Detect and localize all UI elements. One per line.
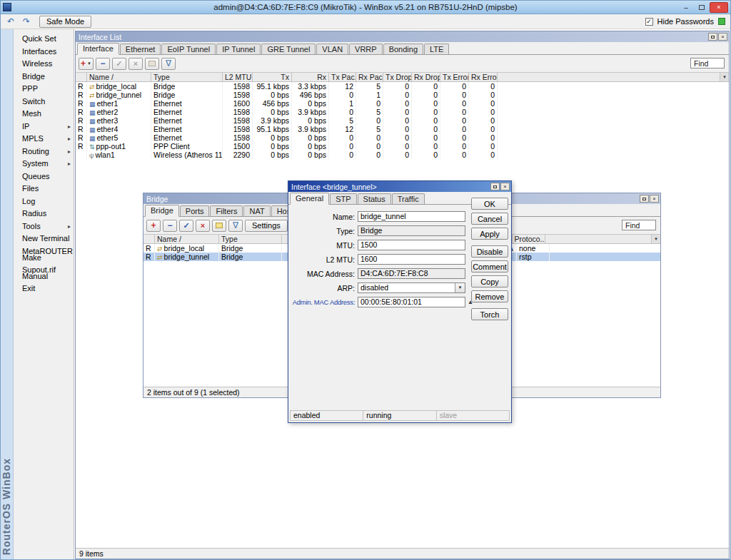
arp-dropdown-button[interactable]: ▼	[455, 283, 465, 292]
tab-interface[interactable]: Interface	[77, 43, 119, 55]
column-header-tx-pac[interactable]: Tx Pac...	[329, 73, 356, 81]
table-row[interactable]: R▦ether3Ethernet15983.9 kbps0 bps500000	[76, 116, 729, 125]
tab-ethernet[interactable]: Ethernet	[120, 44, 161, 54]
interface-list-titlebar[interactable]: Interface List ×	[76, 31, 729, 42]
close-window-button[interactable]: ×	[718, 33, 727, 41]
tab-vlan[interactable]: VLAN	[316, 44, 348, 54]
maximize-button[interactable]	[694, 2, 710, 13]
comment-button[interactable]	[145, 58, 159, 70]
sidebar-item-switch[interactable]: Switch	[14, 96, 74, 108]
column-header-l2-mtu[interactable]: L2 MTU	[223, 73, 253, 81]
comment-button[interactable]: Comment	[471, 260, 508, 273]
column-header-protoco[interactable]: Protoco...	[513, 235, 545, 243]
table-row[interactable]: R▦ether4Ethernet159895.1 kbps3.9 kbps125…	[76, 125, 729, 133]
tab-bridge[interactable]: Bridge	[145, 205, 179, 217]
name-field[interactable]: bridge_tunnel	[358, 211, 465, 222]
column-header-flags[interactable]	[76, 73, 87, 81]
column-chooser-icon[interactable]: ▼	[720, 73, 729, 81]
redo-icon[interactable]: ↷	[19, 16, 34, 28]
dialog-titlebar[interactable]: Interface <bridge_tunnel> ×	[288, 181, 511, 192]
sidebar-item-quick-set[interactable]: Quick Set	[14, 33, 74, 46]
arp-field[interactable]: disabled▼	[358, 282, 465, 293]
filter-button[interactable]: ∇	[228, 220, 243, 232]
mtu-field[interactable]: 1500	[358, 240, 465, 250]
table-row[interactable]: R⇅ppp-out1PPP Client15000 bps0 bps000000	[76, 142, 729, 151]
disable-button[interactable]: ×	[128, 58, 143, 70]
sidebar-item-ip[interactable]: IP▸	[14, 121, 74, 133]
undo-icon[interactable]: ↶	[4, 16, 18, 28]
close-window-button[interactable]: ×	[650, 195, 659, 203]
settings-button[interactable]: Settings	[245, 220, 288, 232]
add-button[interactable]: +	[146, 220, 161, 232]
column-header-rx[interactable]: Rx	[292, 73, 329, 81]
ok-button[interactable]: OK	[471, 198, 508, 210]
tab-lte[interactable]: LTE	[424, 44, 449, 54]
tab-filters[interactable]: Filters	[210, 205, 243, 216]
tab-eoip-tunnel[interactable]: EoIP Tunnel	[161, 44, 216, 54]
apply-button[interactable]: Apply	[471, 228, 508, 240]
table-row[interactable]: R▦ether2Ethernet15980 bps3.9 kbps050000	[76, 108, 729, 116]
tab-ip-tunnel[interactable]: IP Tunnel	[216, 44, 261, 54]
sidebar-item-routing[interactable]: Routing▸	[14, 146, 74, 158]
l2-mtu-field[interactable]: 1600	[358, 254, 465, 265]
sidebar-item-exit[interactable]: Exit	[14, 282, 74, 295]
tab-ports[interactable]: Ports	[180, 205, 210, 216]
close-window-button[interactable]: ×	[500, 183, 510, 190]
titlebar[interactable]: admin@D4:CA:6D:7E:F8:C9 (MikroTik) - Win…	[1, 1, 730, 14]
tab-nat[interactable]: NAT	[243, 205, 270, 216]
remove-button[interactable]: −	[163, 220, 177, 232]
tab-gre-tunnel[interactable]: GRE Tunnel	[261, 44, 316, 54]
column-header-tx-drops[interactable]: Tx Drops	[383, 73, 412, 81]
sidebar-item-ppp[interactable]: PPP	[14, 83, 74, 96]
column-header-rx-pac[interactable]: Rx Pac...	[356, 73, 383, 81]
add-button[interactable]: +▼	[79, 58, 94, 70]
filter-button[interactable]: ∇	[161, 58, 176, 70]
restore-button[interactable]	[640, 195, 649, 203]
column-header-tx-errors[interactable]: Tx Errors	[440, 73, 469, 81]
tab-vrrp[interactable]: VRRP	[349, 44, 383, 54]
table-row[interactable]: R▦ether1Ethernet1600456 bps0 bps100000	[76, 99, 729, 108]
sidebar-item-make-supout-rif[interactable]: Make Supout.rif	[14, 258, 74, 270]
table-row[interactable]: R⇄bridge_localBridge159895.1 kbps3.3 kbp…	[76, 82, 729, 91]
copy-button[interactable]: Copy	[471, 275, 508, 287]
sidebar-item-mesh[interactable]: Mesh	[14, 108, 74, 121]
hide-passwords-checkbox[interactable]: ✓	[645, 18, 653, 26]
minimize-button[interactable]: –	[678, 2, 694, 13]
tab-general[interactable]: General	[290, 193, 329, 205]
find-button[interactable]: Find	[690, 58, 725, 68]
tab-stp[interactable]: STP	[330, 193, 356, 204]
disable-button[interactable]: ×	[196, 220, 210, 232]
tab-traffic[interactable]: Traffic	[392, 193, 425, 204]
enable-button[interactable]: ✓	[112, 58, 126, 70]
column-header-rx-errors[interactable]: Rx Errors	[469, 73, 498, 81]
column-header-tx[interactable]: Tx	[253, 73, 292, 81]
sidebar-item-bridge[interactable]: Bridge	[14, 71, 74, 83]
table-row[interactable]: R▦ether5Ethernet15980 bps0 bps000000	[76, 133, 729, 142]
sidebar-item-wireless[interactable]: Wireless	[14, 58, 74, 71]
sidebar-item-radius[interactable]: Radius	[14, 208, 74, 220]
sidebar-item-system[interactable]: System▸	[14, 158, 74, 170]
close-button[interactable]: ×	[710, 2, 728, 13]
safe-mode-button[interactable]: Safe Mode	[39, 16, 91, 28]
torch-button[interactable]: Torch	[471, 308, 508, 320]
find-button[interactable]: Find	[622, 220, 656, 230]
column-header-rx-drops[interactable]: Rx Drops	[412, 73, 440, 81]
column-chooser-icon[interactable]: ▼	[651, 235, 660, 243]
tab-status[interactable]: Status	[358, 193, 391, 204]
remove-button[interactable]: −	[96, 58, 110, 70]
sidebar-item-log[interactable]: Log	[14, 195, 74, 208]
column-header-flags[interactable]	[143, 235, 155, 243]
comment-button[interactable]	[212, 220, 226, 232]
restore-button[interactable]	[490, 183, 500, 190]
sidebar-item-new-terminal[interactable]: New Terminal	[14, 233, 74, 245]
sidebar-item-mpls[interactable]: MPLS▸	[14, 133, 74, 146]
table-row[interactable]: ψwlan1Wireless (Atheros 11N)22900 bps0 b…	[76, 151, 729, 159]
sidebar-item-tools[interactable]: Tools▸	[14, 220, 74, 233]
tab-bonding[interactable]: Bonding	[383, 44, 423, 54]
column-header-name[interactable]: Name /	[155, 235, 219, 243]
bridge-tunnel-dialog[interactable]: Interface <bridge_tunnel> × GeneralSTPSt…	[288, 180, 512, 423]
sidebar-item-interfaces[interactable]: Interfaces	[14, 46, 74, 58]
table-row[interactable]: R⇄bridge_tunnelBridge15980 bps496 bps010…	[76, 91, 729, 99]
restore-button[interactable]	[708, 33, 717, 41]
column-header-type[interactable]: Type	[219, 235, 282, 243]
